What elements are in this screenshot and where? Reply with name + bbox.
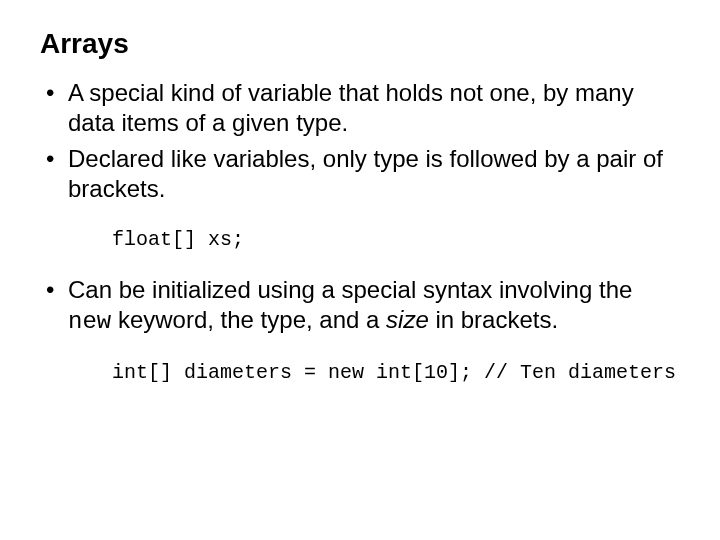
keyword-new: new <box>68 308 111 335</box>
slide-title: Arrays <box>40 28 680 60</box>
bullet-item: A special kind of variable that holds no… <box>40 78 680 138</box>
bullet-text: A special kind of variable that holds no… <box>68 79 634 136</box>
bullet-list-1: A special kind of variable that holds no… <box>40 78 680 204</box>
code-block-2: int[] diameters = new int[10]; // Ten di… <box>112 361 680 384</box>
bullet-text-pre: Can be initialized using a special synta… <box>68 276 632 303</box>
italic-size: size <box>386 306 429 333</box>
bullet-item: Can be initialized using a special synta… <box>40 275 680 337</box>
bullet-text-mid: keyword, the type, and a <box>111 306 386 333</box>
bullet-text-post: in brackets. <box>429 306 558 333</box>
bullet-text: Declared like variables, only type is fo… <box>68 145 663 202</box>
slide: Arrays A special kind of variable that h… <box>0 0 720 540</box>
bullet-list-2: Can be initialized using a special synta… <box>40 275 680 337</box>
bullet-item: Declared like variables, only type is fo… <box>40 144 680 204</box>
code-block-1: float[] xs; <box>112 228 680 251</box>
